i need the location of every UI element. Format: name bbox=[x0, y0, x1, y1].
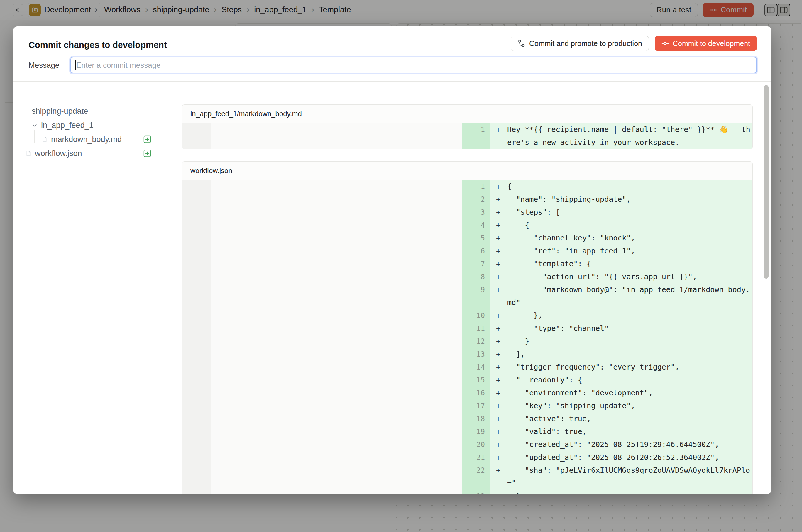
diff-line-number: 15 bbox=[462, 374, 490, 386]
diff-line: 5+ "channel_key": "knock", bbox=[182, 232, 752, 245]
diff-code-text: "created_at": "2025-08-25T19:29:46.64450… bbox=[507, 438, 753, 451]
diff-old-gutter bbox=[182, 451, 211, 464]
diff-line: 11+ "type": "channel" bbox=[182, 322, 752, 335]
diff-code-text: "type": "channel" bbox=[507, 322, 753, 335]
diff-old-content bbox=[211, 464, 462, 490]
diff-old-gutter bbox=[182, 438, 211, 451]
diff-new-content: + ], bbox=[490, 348, 753, 361]
diff-old-gutter bbox=[182, 258, 211, 270]
changed-files-tree: shipping-update in_app_feed_1 markdown_b… bbox=[13, 81, 169, 494]
commit-message-input[interactable]: Enter a commit message bbox=[70, 57, 757, 73]
diff-new-content: + } bbox=[490, 335, 753, 348]
diff-code-text: "valid": true, bbox=[507, 425, 753, 438]
diff-line: 21+ "updated_at": "2025-08-26T20:26:52.3… bbox=[182, 451, 752, 464]
diff-card: workflow.json1+{2+ "name": "shipping-upd… bbox=[182, 161, 753, 494]
tree-indent-guide bbox=[34, 130, 35, 143]
tree-item-workflow-json[interactable]: workflow.json bbox=[25, 146, 82, 160]
tree-root-label: shipping-update bbox=[32, 107, 88, 116]
diff-line-number: 13 bbox=[462, 348, 490, 361]
diff-line-number: 1 bbox=[462, 123, 490, 149]
diff-new-content: + "valid": true, bbox=[490, 425, 753, 438]
added-file-badge bbox=[143, 135, 151, 144]
diff-new-content: + "action_url": "{{ vars.app_url }}", bbox=[490, 270, 753, 283]
diff-code-text: "active": true, bbox=[507, 412, 753, 425]
diff-added-sign: + bbox=[490, 399, 507, 412]
diff-old-gutter bbox=[182, 206, 211, 219]
diff-new-content: + "active": true, bbox=[490, 412, 753, 425]
diff-line-number: 7 bbox=[462, 258, 490, 270]
tree-item-workflow-root[interactable]: shipping-update bbox=[32, 104, 88, 118]
commit-icon bbox=[661, 40, 669, 47]
file-icon bbox=[25, 150, 32, 157]
file-icon bbox=[41, 136, 48, 143]
tree-item-step-folder[interactable]: in_app_feed_1 bbox=[31, 118, 94, 132]
diff-code-text: "name": "shipping-update", bbox=[507, 193, 753, 206]
diff-line: 9+ "markdown_body@": "in_app_feed_1/mark… bbox=[182, 283, 752, 309]
diff-old-content bbox=[211, 412, 462, 425]
diff-added-sign: + bbox=[490, 425, 507, 438]
diff-line-number: 3 bbox=[462, 206, 490, 219]
diff-line-number: 5 bbox=[462, 232, 490, 245]
diff-old-gutter bbox=[182, 464, 211, 490]
diff-old-content bbox=[211, 361, 462, 374]
diff-code-text: "sha": "pJeLVir6xIlUCMGqs9qroZoUAVDSwA0y… bbox=[507, 464, 753, 490]
diff-added-sign: + bbox=[490, 361, 507, 374]
diff-line-number: 20 bbox=[462, 438, 490, 451]
tree-folder-label: in_app_feed_1 bbox=[41, 121, 94, 130]
tree-item-markdown-body[interactable]: markdown_body.md bbox=[41, 132, 122, 146]
commit-and-promote-button[interactable]: Commit and promote to production bbox=[511, 36, 649, 51]
diff-added-sign: + bbox=[490, 490, 507, 494]
diff-added-sign: + bbox=[490, 322, 507, 335]
diff-old-content bbox=[211, 193, 462, 206]
diff-new-content: + "template": { bbox=[490, 258, 753, 270]
message-label: Message bbox=[29, 61, 59, 70]
diff-new-content: + } bbox=[490, 490, 753, 494]
message-placeholder: Enter a commit message bbox=[76, 61, 161, 70]
diff-added-sign: + bbox=[490, 232, 507, 245]
diff-code-text: ], bbox=[507, 348, 753, 361]
diff-new-content: + "name": "shipping-update", bbox=[490, 193, 753, 206]
diff-old-gutter bbox=[182, 219, 211, 232]
diff-old-gutter bbox=[182, 399, 211, 412]
diff-line-number: 2 bbox=[462, 193, 490, 206]
diff-code-text: } bbox=[507, 335, 753, 348]
diff-code-text: }, bbox=[507, 309, 753, 322]
diff-added-sign: + bbox=[490, 309, 507, 322]
diff-added-sign: + bbox=[490, 335, 507, 348]
text-caret bbox=[75, 60, 76, 70]
diff-code-text: "action_url": "{{ vars.app_url }}", bbox=[507, 270, 753, 283]
diff-old-content bbox=[211, 438, 462, 451]
modal-title: Commit changes to development bbox=[29, 40, 167, 50]
diff-line: 4+ { bbox=[182, 219, 752, 232]
commit-to-development-button[interactable]: Commit to development bbox=[655, 36, 757, 51]
diff-code-text: "markdown_body@": "in_app_feed_1/markdow… bbox=[507, 283, 753, 309]
diff-new-content: + }, bbox=[490, 309, 753, 322]
modal-actions: Commit and promote to production Commit … bbox=[511, 36, 757, 51]
diff-code-text: "trigger_frequency": "every_trigger", bbox=[507, 361, 753, 374]
commit-to-development-label: Commit to development bbox=[673, 39, 750, 48]
diff-old-gutter bbox=[182, 425, 211, 438]
diff-old-content bbox=[211, 490, 462, 494]
diff-new-content: + "key": "shipping-update", bbox=[490, 399, 753, 412]
diff-line-number: 1 bbox=[462, 180, 490, 193]
diff-old-content bbox=[211, 219, 462, 232]
diff-new-content: + "steps": [ bbox=[490, 206, 753, 219]
diff-line-number: 8 bbox=[462, 270, 490, 283]
diff-line: 13+ ], bbox=[182, 348, 752, 361]
diff-new-content: + "updated_at": "2025-08-26T20:26:52.364… bbox=[490, 451, 753, 464]
diff-line-number: 23 bbox=[462, 490, 490, 494]
diff-added-sign: + bbox=[490, 386, 507, 399]
diff-line: 17+ "key": "shipping-update", bbox=[182, 399, 752, 412]
commit-and-promote-label: Commit and promote to production bbox=[529, 39, 642, 48]
diff-old-gutter bbox=[182, 123, 211, 149]
diff-old-content bbox=[211, 374, 462, 386]
diff-line: 16+ "environment": "development", bbox=[182, 386, 752, 399]
diff-line: 2+ "name": "shipping-update", bbox=[182, 193, 752, 206]
diff-old-content bbox=[211, 322, 462, 335]
diff-filename: in_app_feed_1/markdown_body.md bbox=[182, 105, 752, 123]
diff-code-text: "environment": "development", bbox=[507, 386, 753, 399]
diff-line-number: 11 bbox=[462, 322, 490, 335]
modal-scrollbar[interactable] bbox=[764, 85, 768, 279]
diff-new-content: + { bbox=[490, 219, 753, 232]
diff-line: 3+ "steps": [ bbox=[182, 206, 752, 219]
